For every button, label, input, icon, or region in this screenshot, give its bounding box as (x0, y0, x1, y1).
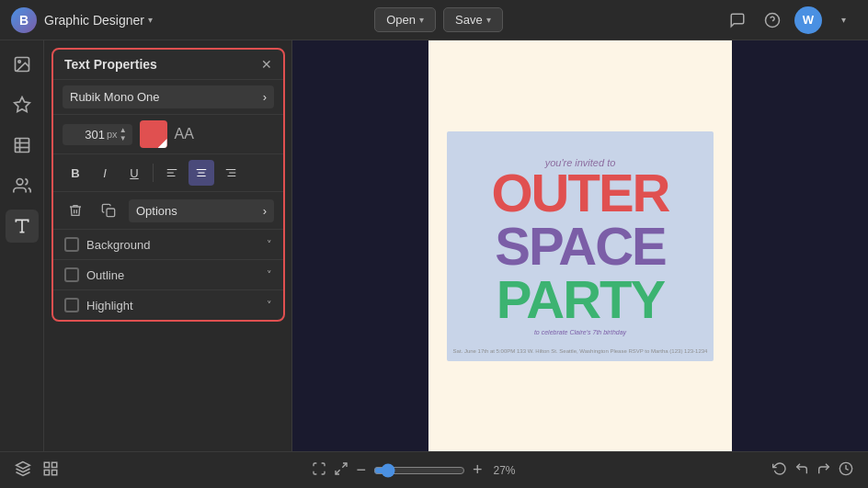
redo-button[interactable] (817, 461, 831, 480)
account-chevron-icon[interactable]: ▾ (831, 7, 857, 33)
fit-button[interactable] (334, 461, 348, 480)
italic-button[interactable]: I (92, 160, 118, 186)
save-button[interactable]: Save ▾ (443, 7, 503, 32)
topbar: B Graphic Designer ▾ Open ▾ Save ▾ W ▾ (0, 0, 868, 40)
sidebar-icon-image[interactable] (6, 48, 39, 81)
panel-area: Text Properties ✕ Rubik Mono One › px ▲ … (44, 40, 292, 451)
format-divider (153, 164, 154, 182)
svg-point-2 (17, 61, 19, 63)
size-down-arrow[interactable]: ▼ (120, 135, 127, 142)
svg-rect-23 (52, 462, 57, 467)
zoom-level-label: 27% (490, 464, 520, 477)
card-word3: PARTY (447, 273, 714, 326)
topbar-right: W ▾ (725, 6, 857, 34)
font-name-label: Rubik Mono One (70, 90, 160, 104)
refresh-button[interactable] (772, 461, 787, 480)
svg-marker-3 (14, 97, 29, 112)
layers-button[interactable] (15, 460, 31, 481)
outline-checkbox[interactable] (64, 267, 79, 282)
sidebar-icon-shapes[interactable] (6, 88, 39, 121)
sidebar-icon-people[interactable] (6, 169, 39, 202)
open-button[interactable]: Open ▾ (374, 7, 436, 32)
background-row: Background ˅ (53, 230, 283, 260)
icon-sidebar (0, 40, 44, 451)
font-selector[interactable]: Rubik Mono One › (63, 85, 274, 108)
background-checkbox[interactable] (64, 237, 79, 252)
card-main-text: OUTER SPACE PARTY (447, 166, 714, 326)
comment-button[interactable] (725, 7, 750, 33)
font-case-button[interactable]: AA (175, 126, 194, 142)
open-label: Open (386, 13, 416, 27)
invite-card: you're invited to OUTER SPACE PARTY to c… (447, 131, 714, 361)
sidebar-icon-table[interactable] (6, 129, 39, 162)
options-label: Options (136, 204, 177, 218)
highlight-label: Highlight (86, 299, 259, 312)
fullscreen-button[interactable] (312, 461, 326, 480)
app-logo: B (11, 7, 37, 33)
svg-rect-25 (44, 470, 49, 474)
canvas-area[interactable]: you're invited to OUTER SPACE PARTY to c… (292, 40, 868, 451)
size-unit-label: px (107, 129, 118, 140)
duplicate-button[interactable] (96, 198, 121, 223)
underline-button[interactable]: U (121, 160, 147, 186)
svg-rect-22 (44, 462, 49, 467)
grid-button[interactable] (42, 460, 59, 481)
zoom-out-button[interactable]: − (356, 460, 366, 480)
save-label: Save (455, 13, 483, 27)
card-word1: OUTER (447, 166, 714, 220)
align-center-button[interactable] (188, 160, 214, 186)
zoom-slider[interactable] (373, 463, 465, 478)
card-word2: SPACE (447, 220, 714, 273)
topbar-left: B Graphic Designer ▾ (11, 7, 153, 33)
options-selector[interactable]: Options › (129, 199, 274, 222)
sidebar-icon-text[interactable] (6, 210, 39, 243)
highlight-row: Highlight ˅ (53, 290, 283, 320)
card-bottom-text: Sat. June 17th at 5:00PM 133 W. Hilton S… (447, 348, 714, 354)
bottombar: − + 27% (0, 451, 868, 488)
main-area: Text Properties ✕ Rubik Mono One › px ▲ … (0, 40, 868, 451)
font-row: Rubik Mono One › (53, 80, 283, 115)
align-left-button[interactable] (159, 160, 185, 186)
app-title-chevron-icon: ▾ (148, 15, 153, 25)
highlight-checkbox[interactable] (64, 298, 79, 312)
avatar[interactable]: W (794, 6, 822, 34)
svg-line-26 (343, 463, 348, 468)
topbar-center: Open ▾ Save ▾ (374, 7, 502, 32)
outline-label: Outline (86, 268, 259, 282)
options-chevron-icon: › (263, 204, 267, 218)
svg-marker-21 (17, 461, 30, 469)
size-input[interactable] (68, 128, 105, 142)
help-button[interactable] (760, 7, 785, 33)
size-up-arrow[interactable]: ▲ (120, 127, 127, 134)
outline-chevron-icon[interactable]: ˅ (267, 269, 272, 281)
delete-button[interactable] (63, 198, 88, 223)
svg-line-27 (336, 470, 340, 474)
bottombar-left (15, 460, 59, 481)
svg-rect-4 (15, 139, 29, 153)
panel-title: Text Properties (64, 57, 157, 72)
bold-button[interactable]: B (63, 160, 88, 186)
canvas-background: you're invited to OUTER SPACE PARTY to c… (428, 40, 732, 451)
zoom-in-button[interactable]: + (473, 460, 483, 480)
app-title-button[interactable]: Graphic Designer ▾ (44, 13, 153, 28)
color-swatch[interactable] (140, 120, 167, 148)
undo-button[interactable] (794, 461, 809, 480)
avatar-label: W (803, 13, 814, 27)
card-sub-text: to celebrate Claire's 7th birthday (447, 329, 714, 335)
background-chevron-icon[interactable]: ˅ (267, 239, 272, 251)
size-input-wrap: px ▲ ▼ (63, 124, 132, 145)
format-row: B I U (53, 154, 283, 192)
outline-row: Outline ˅ (53, 260, 283, 290)
size-color-row: px ▲ ▼ AA (53, 115, 283, 154)
panel-header: Text Properties ✕ (53, 50, 283, 80)
background-label: Background (86, 238, 259, 252)
highlight-chevron-icon[interactable]: ˅ (267, 300, 272, 312)
close-button[interactable]: ✕ (261, 58, 272, 71)
actions-row: Options › (53, 192, 283, 230)
font-chevron-icon: › (263, 90, 267, 104)
history-button[interactable] (839, 461, 853, 480)
svg-rect-24 (52, 470, 57, 474)
open-chevron-icon: ▾ (419, 15, 424, 25)
align-right-button[interactable] (218, 160, 244, 186)
save-chevron-icon: ▾ (486, 15, 491, 25)
